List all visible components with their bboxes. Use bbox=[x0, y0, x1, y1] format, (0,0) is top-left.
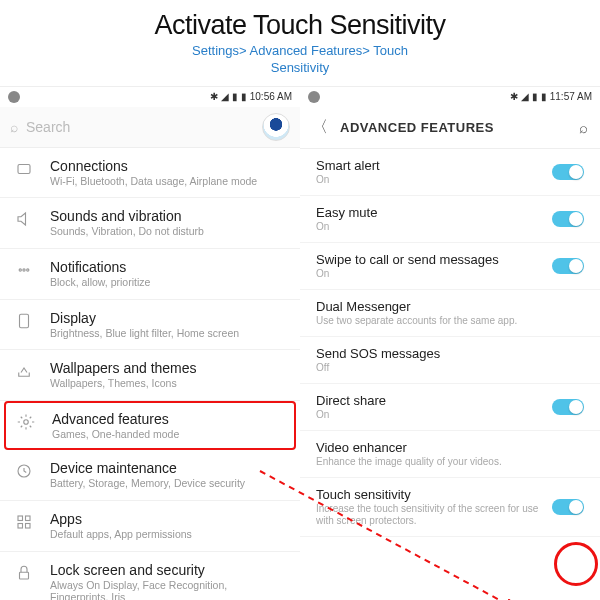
item-label: Notifications bbox=[50, 259, 288, 275]
item-sub: Wallpapers, Themes, Icons bbox=[50, 377, 288, 390]
item-label: Connections bbox=[50, 158, 288, 174]
toggle-switch[interactable] bbox=[552, 211, 584, 227]
item-label: Device maintenance bbox=[50, 460, 288, 476]
item-sub: On bbox=[316, 409, 552, 421]
svg-rect-4 bbox=[20, 314, 29, 328]
notifications-icon bbox=[12, 261, 36, 279]
search-icon[interactable]: ⌕ bbox=[579, 119, 588, 136]
svg-rect-10 bbox=[26, 523, 31, 528]
af-item-touch-sensitivity[interactable]: Touch sensitivityIncrease the touch sens… bbox=[300, 478, 600, 537]
settings-item-display[interactable]: DisplayBrightness, Blue light filter, Ho… bbox=[0, 300, 300, 351]
af-item-swipe-to-call-or-send-messages[interactable]: Swipe to call or send messagesOn bbox=[300, 243, 600, 290]
lock-icon bbox=[12, 564, 36, 582]
svg-point-5 bbox=[24, 420, 29, 425]
settings-item-device-maintenance[interactable]: Device maintenanceBattery, Storage, Memo… bbox=[0, 450, 300, 501]
toggle-switch[interactable] bbox=[552, 164, 584, 180]
toggle-switch[interactable] bbox=[552, 399, 584, 415]
advanced-features-screen: ✱ ◢ ▮ ▮ 11:57 AM 〈 ADVANCED FEATURES ⌕ S… bbox=[300, 86, 600, 600]
search-input[interactable]: Search bbox=[26, 119, 262, 135]
battery-icon: ▮ bbox=[241, 91, 247, 102]
sound-icon bbox=[12, 210, 36, 228]
toggle-switch[interactable] bbox=[552, 499, 584, 515]
item-sub: Off bbox=[316, 362, 584, 374]
settings-item-connections[interactable]: ConnectionsWi-Fi, Bluetooth, Data usage,… bbox=[0, 148, 300, 199]
item-label: Lock screen and security bbox=[50, 562, 288, 578]
item-sub: Brightness, Blue light filter, Home scre… bbox=[50, 327, 288, 340]
svg-rect-7 bbox=[18, 516, 23, 521]
item-sub: Games, One-handed mode bbox=[52, 428, 286, 441]
af-item-smart-alert[interactable]: Smart alertOn bbox=[300, 149, 600, 196]
toggle-switch[interactable] bbox=[552, 258, 584, 274]
signal-icon: ▮ bbox=[232, 91, 238, 102]
search-icon: ⌕ bbox=[10, 119, 18, 135]
af-item-easy-mute[interactable]: Easy muteOn bbox=[300, 196, 600, 243]
item-sub: Battery, Storage, Memory, Device securit… bbox=[50, 477, 288, 490]
svg-rect-11 bbox=[20, 572, 29, 579]
item-label: Advanced features bbox=[52, 411, 286, 427]
item-sub: Sounds, Vibration, Do not disturb bbox=[50, 225, 288, 238]
item-label: Wallpapers and themes bbox=[50, 360, 288, 376]
item-label: Apps bbox=[50, 511, 288, 527]
item-sub: Always On Display, Face Recognition, Fin… bbox=[50, 579, 288, 600]
display-icon bbox=[12, 312, 36, 330]
search-row[interactable]: ⌕ Search bbox=[0, 107, 300, 148]
svg-point-3 bbox=[27, 269, 29, 271]
avatar[interactable] bbox=[262, 113, 290, 141]
item-label: Direct share bbox=[316, 393, 552, 408]
status-time: 10:56 AM bbox=[250, 91, 292, 102]
bluetooth-icon: ✱ bbox=[510, 91, 518, 102]
item-sub: On bbox=[316, 174, 552, 186]
connections-icon bbox=[12, 160, 36, 178]
settings-item-notifications[interactable]: NotificationsBlock, allow, prioritize bbox=[0, 249, 300, 300]
svg-point-2 bbox=[23, 269, 25, 271]
status-bar: ✱ ◢ ▮ ▮ 10:56 AM bbox=[0, 87, 300, 107]
item-sub: On bbox=[316, 221, 552, 233]
item-sub: Enhance the image quality of your videos… bbox=[316, 456, 584, 468]
wifi-icon: ◢ bbox=[221, 91, 229, 102]
app-icon bbox=[308, 91, 320, 103]
item-sub: Wi-Fi, Bluetooth, Data usage, Airplane m… bbox=[50, 175, 288, 188]
item-label: Video enhancer bbox=[316, 440, 584, 455]
screen-title: ADVANCED FEATURES bbox=[340, 120, 579, 135]
advanced-icon bbox=[14, 413, 38, 431]
wallpaper-icon bbox=[12, 362, 36, 380]
item-label: Send SOS messages bbox=[316, 346, 584, 361]
item-sub: On bbox=[316, 268, 552, 280]
battery-icon: ▮ bbox=[541, 91, 547, 102]
af-item-dual-messenger[interactable]: Dual MessengerUse two separate accounts … bbox=[300, 290, 600, 337]
page-title: Activate Touch Sensitivity bbox=[0, 10, 600, 41]
status-bar: ✱ ◢ ▮ ▮ 11:57 AM bbox=[300, 87, 600, 107]
item-sub: Increase the touch sensitivity of the sc… bbox=[316, 503, 552, 527]
item-label: Sounds and vibration bbox=[50, 208, 288, 224]
maintenance-icon bbox=[12, 462, 36, 480]
item-label: Display bbox=[50, 310, 288, 326]
svg-rect-8 bbox=[26, 516, 31, 521]
back-icon[interactable]: 〈 bbox=[312, 117, 328, 138]
status-time: 11:57 AM bbox=[550, 91, 592, 102]
af-item-video-enhancer[interactable]: Video enhancerEnhance the image quality … bbox=[300, 431, 600, 478]
item-label: Touch sensitivity bbox=[316, 487, 552, 502]
item-label: Easy mute bbox=[316, 205, 552, 220]
bluetooth-icon: ✱ bbox=[210, 91, 218, 102]
svg-point-1 bbox=[19, 269, 21, 271]
item-label: Swipe to call or send messages bbox=[316, 252, 552, 267]
settings-item-wallpapers-and-themes[interactable]: Wallpapers and themesWallpapers, Themes,… bbox=[0, 350, 300, 401]
af-item-direct-share[interactable]: Direct shareOn bbox=[300, 384, 600, 431]
item-sub: Default apps, App permissions bbox=[50, 528, 288, 541]
settings-screen: ✱ ◢ ▮ ▮ 10:56 AM ⌕ Search ConnectionsWi-… bbox=[0, 86, 300, 600]
af-item-send-sos-messages[interactable]: Send SOS messagesOff bbox=[300, 337, 600, 384]
breadcrumb: Settings> Advanced Features> Touch Sensi… bbox=[0, 43, 600, 77]
item-sub: Use two separate accounts for the same a… bbox=[316, 315, 584, 327]
settings-item-sounds-and-vibration[interactable]: Sounds and vibrationSounds, Vibration, D… bbox=[0, 198, 300, 249]
signal-icon: ▮ bbox=[532, 91, 538, 102]
wifi-icon: ◢ bbox=[521, 91, 529, 102]
settings-item-lock-screen-and-security[interactable]: Lock screen and securityAlways On Displa… bbox=[0, 552, 300, 600]
settings-item-advanced-features[interactable]: Advanced featuresGames, One-handed mode bbox=[4, 401, 296, 451]
apps-icon bbox=[12, 513, 36, 531]
item-label: Dual Messenger bbox=[316, 299, 584, 314]
item-sub: Block, allow, prioritize bbox=[50, 276, 288, 289]
svg-rect-9 bbox=[18, 523, 23, 528]
settings-item-apps[interactable]: AppsDefault apps, App permissions bbox=[0, 501, 300, 552]
app-icon bbox=[8, 91, 20, 103]
svg-rect-0 bbox=[18, 164, 30, 173]
